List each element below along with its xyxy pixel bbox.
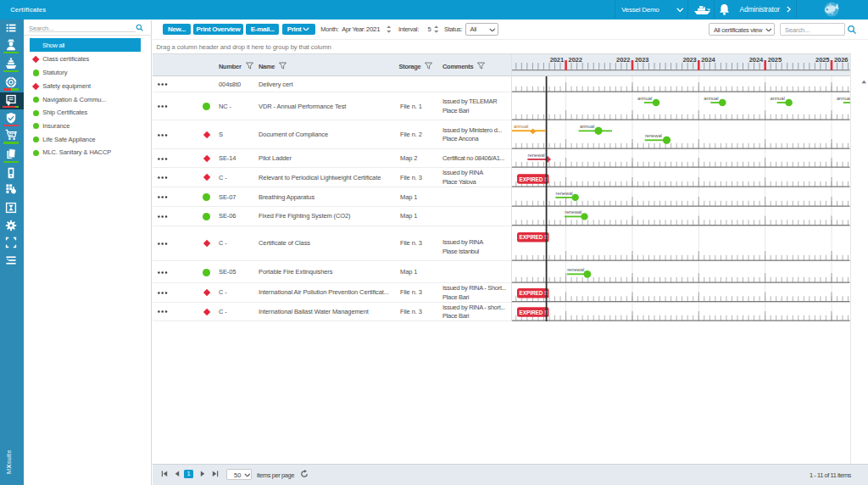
svg-text:2024: 2024 bbox=[749, 56, 764, 64]
svg-text:EXPIRED !!: EXPIRED !! bbox=[520, 176, 548, 182]
svg-text:renewal: renewal bbox=[645, 133, 662, 138]
svg-text:annual: annual bbox=[837, 96, 851, 101]
svg-text:annual: annual bbox=[514, 124, 528, 129]
svg-text:renewal: renewal bbox=[567, 267, 584, 272]
svg-text:annual: annual bbox=[637, 96, 652, 101]
svg-text:annual: annual bbox=[771, 96, 785, 101]
svg-text:annual: annual bbox=[580, 124, 594, 129]
svg-text:2023: 2023 bbox=[635, 56, 648, 64]
svg-text:2021: 2021 bbox=[550, 56, 564, 64]
svg-text:2026: 2026 bbox=[834, 56, 848, 64]
svg-text:EXPIRED !!: EXPIRED !! bbox=[520, 290, 548, 296]
svg-text:annual: annual bbox=[704, 96, 718, 101]
svg-text:renewal: renewal bbox=[556, 191, 573, 196]
svg-text:2022: 2022 bbox=[616, 56, 630, 64]
svg-text:2025: 2025 bbox=[768, 56, 782, 64]
svg-text:2023: 2023 bbox=[682, 56, 696, 64]
svg-text:EXPIRED !!: EXPIRED !! bbox=[520, 234, 548, 240]
svg-text:2025: 2025 bbox=[815, 56, 829, 64]
svg-text:renewal: renewal bbox=[565, 209, 581, 215]
svg-text:2024: 2024 bbox=[701, 56, 715, 64]
svg-text:EXPIRED !!: EXPIRED !! bbox=[520, 309, 548, 315]
svg-text:2022: 2022 bbox=[569, 56, 582, 64]
svg-text:renewal: renewal bbox=[528, 153, 545, 158]
